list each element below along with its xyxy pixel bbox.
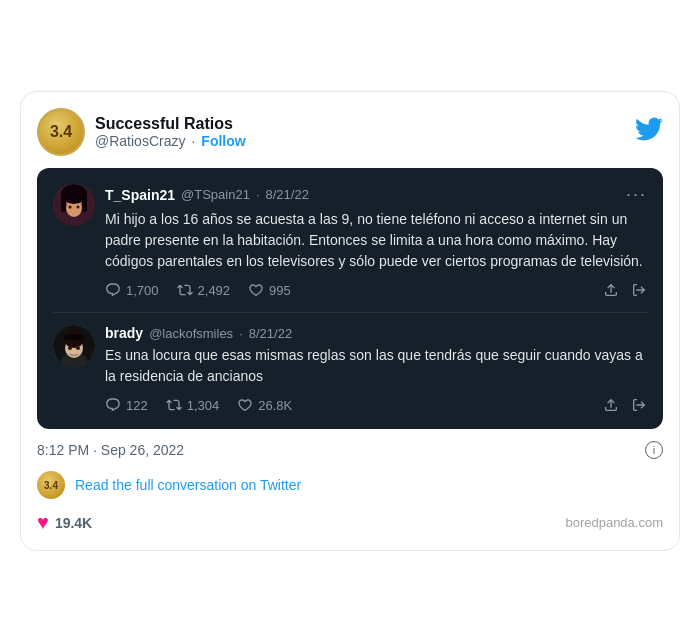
tweet-embed-box: T_Spain21 @TSpain21 · 8/21/22 ··· Mi hij… (37, 168, 663, 429)
retweet-icon (177, 282, 193, 298)
tweet2-separator: · (239, 326, 243, 341)
tweet1-meta: T_Spain21 @TSpain21 · 8/21/22 ··· (105, 184, 647, 205)
account-info: Successful Ratios @RatiosCrazy · Follow (95, 115, 246, 149)
avatar-inner: 3.4 (39, 110, 83, 154)
tweet2-content: brady @lackofsmiles · 8/21/22 Es una loc… (105, 325, 647, 413)
retweet-icon-2 (166, 397, 182, 413)
read-full-avatar-text: 3.4 (44, 480, 58, 491)
tweet2-text: Es una locura que esas mismas reglas son… (105, 345, 647, 387)
reply-icon-2 (105, 397, 121, 413)
tweet1-like-action[interactable]: 995 (248, 282, 291, 298)
read-full-avatar: 3.4 (37, 471, 65, 499)
tweet1-handle: @TSpain21 (181, 187, 250, 202)
tweet1-meta-left: T_Spain21 @TSpain21 · 8/21/22 (105, 187, 309, 203)
tweet2-avatar-svg (53, 325, 95, 367)
svg-rect-5 (61, 194, 66, 212)
tweet2-retweet-action[interactable]: 1,304 (166, 397, 220, 413)
tweet2-download-action[interactable] (603, 397, 619, 413)
tweet2-like-count: 26.8K (258, 398, 292, 413)
header-left: 3.4 Successful Ratios @RatiosCrazy · Fol… (37, 108, 246, 156)
tweet1-retweet-action[interactable]: 2,492 (177, 282, 231, 298)
source-label: boredpanda.com (565, 515, 663, 530)
tweet1-action-spacer (603, 282, 647, 298)
tweet1-actions: 1,700 2,492 995 (105, 282, 647, 298)
twitter-bird-icon (635, 115, 663, 150)
svg-rect-6 (82, 194, 87, 212)
tweet1-username: T_Spain21 (105, 187, 175, 203)
read-full-text: Read the full conversation on Twitter (75, 477, 301, 493)
tweet2-share-action[interactable] (631, 397, 647, 413)
heart-icon (248, 282, 264, 298)
share-icon-2 (631, 397, 647, 413)
tweet-divider (53, 312, 647, 313)
likes-heart-icon: ♥ (37, 511, 49, 534)
tweet2-actions: 122 1,304 26.8K (105, 397, 647, 413)
avatar-text: 3.4 (50, 123, 72, 141)
likes-count: 19.4K (55, 515, 92, 531)
tweet1-date: 8/21/22 (266, 187, 309, 202)
download-icon (603, 282, 619, 298)
tweet2-action-spacer (603, 397, 647, 413)
tweet2-meta-left: brady @lackofsmiles · 8/21/22 (105, 325, 292, 341)
tweet1-avatar (53, 184, 95, 226)
svg-point-14 (76, 346, 80, 350)
follow-button[interactable]: Follow (201, 133, 245, 149)
svg-point-13 (68, 346, 72, 350)
tweet-card: 3.4 Successful Ratios @RatiosCrazy · Fol… (20, 91, 680, 551)
account-name: Successful Ratios (95, 115, 246, 133)
tweet2-reply-action[interactable]: 122 (105, 397, 148, 413)
tweet2-retweet-count: 1,304 (187, 398, 220, 413)
timestamp-row: 8:12 PM · Sep 26, 2022 i (37, 441, 663, 459)
heart-icon-2 (237, 397, 253, 413)
tweet2-avatar (53, 325, 95, 367)
tweet2-like-action[interactable]: 26.8K (237, 397, 292, 413)
tweet2-reply-count: 122 (126, 398, 148, 413)
tweet1-avatar-svg (53, 184, 95, 226)
read-full-link[interactable]: 3.4 Read the full conversation on Twitte… (37, 471, 663, 499)
tweet2-meta: brady @lackofsmiles · 8/21/22 (105, 325, 647, 341)
likes-row: ♥ 19.4K (37, 511, 92, 534)
tweet-row-2: brady @lackofsmiles · 8/21/22 Es una loc… (53, 325, 647, 413)
tweet2-avatar-img (53, 325, 95, 367)
tweet2-handle: @lackofsmiles (149, 326, 233, 341)
tweet1-text: Mi hijo a los 16 años se acuesta a las 9… (105, 209, 647, 272)
tweet1-more-icon[interactable]: ··· (626, 184, 647, 205)
tweet1-reply-action[interactable]: 1,700 (105, 282, 159, 298)
svg-point-8 (77, 206, 80, 209)
card-footer: 8:12 PM · Sep 26, 2022 i 3.4 Read the fu… (37, 441, 663, 534)
tweet2-date: 8/21/22 (249, 326, 292, 341)
tweet2-username: brady (105, 325, 143, 341)
tweet1-retweet-count: 2,492 (198, 283, 231, 298)
handle-row: @RatiosCrazy · Follow (95, 133, 246, 149)
tweet1-avatar-img (53, 184, 95, 226)
share-icon (631, 282, 647, 298)
download-icon-2 (603, 397, 619, 413)
tweet1-like-count: 995 (269, 283, 291, 298)
info-icon[interactable]: i (645, 441, 663, 459)
avatar: 3.4 (37, 108, 85, 156)
tweet-row-1: T_Spain21 @TSpain21 · 8/21/22 ··· Mi hij… (53, 184, 647, 298)
svg-point-7 (69, 206, 72, 209)
tweet1-content: T_Spain21 @TSpain21 · 8/21/22 ··· Mi hij… (105, 184, 647, 298)
reply-icon (105, 282, 121, 298)
tweet1-separator: · (256, 187, 260, 202)
card-header: 3.4 Successful Ratios @RatiosCrazy · Fol… (37, 108, 663, 156)
tweet1-download-action[interactable] (603, 282, 619, 298)
handle: @RatiosCrazy (95, 133, 185, 149)
tweet1-reply-count: 1,700 (126, 283, 159, 298)
separator: · (191, 133, 195, 149)
bottom-row: ♥ 19.4K boredpanda.com (37, 511, 663, 534)
timestamp-text: 8:12 PM · Sep 26, 2022 (37, 442, 184, 458)
tweet1-share-action[interactable] (631, 282, 647, 298)
